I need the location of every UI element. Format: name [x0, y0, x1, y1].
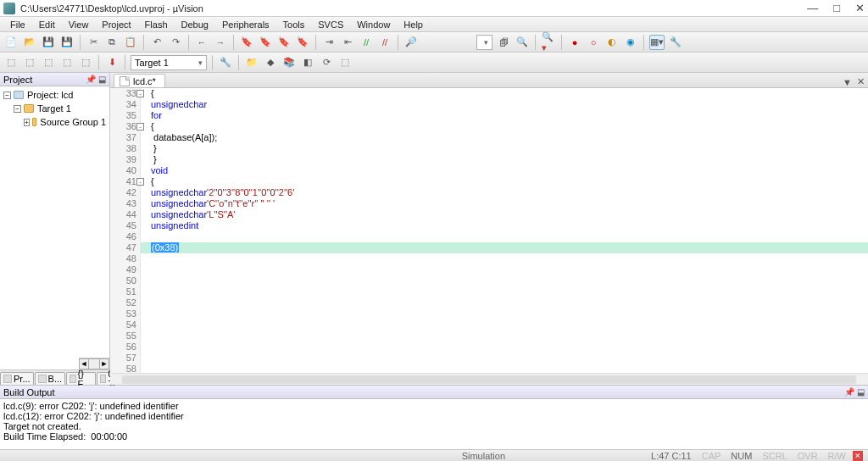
bookmark-button[interactable]: 🔖	[239, 35, 254, 50]
manage-layers-button[interactable]: ◧	[300, 55, 315, 70]
cut-button[interactable]: ✂	[86, 35, 101, 50]
fold-icon[interactable]: -	[136, 178, 144, 186]
horizontal-scrollbar[interactable]	[110, 373, 868, 385]
find-in-files-button[interactable]: 🗐	[496, 35, 511, 50]
bookmark-next-button[interactable]: 🔖	[276, 35, 292, 50]
configure-button[interactable]: 🔧	[668, 35, 683, 50]
breakpoint-disable-button[interactable]: ○	[586, 35, 601, 50]
code-line[interactable]: for	[141, 110, 868, 121]
code-line[interactable]	[141, 330, 868, 342]
build-output-text[interactable]: lcd.c(9): error C202: 'j': undefined ide…	[0, 399, 868, 449]
code-line[interactable]	[141, 308, 868, 319]
code-line[interactable]: unsignedchar'C''o''n''t''e''r'' '' '' '	[141, 198, 868, 209]
comment-button[interactable]: //	[359, 35, 374, 50]
translate-button[interactable]: ⬚	[3, 55, 19, 70]
pin-icon[interactable]: 📌 ⬓	[844, 387, 865, 397]
code-line[interactable]	[141, 319, 868, 330]
manage-rtos-button[interactable]: ◆	[263, 55, 278, 70]
status-close-button[interactable]: ✕	[853, 451, 863, 461]
menu-view[interactable]: View	[62, 19, 96, 30]
code-line[interactable]: unsignedint	[141, 220, 868, 231]
rebuild-button[interactable]: ⬚	[41, 55, 56, 70]
debug-button[interactable]: 🔍▾	[541, 35, 556, 50]
indent-button[interactable]: ⇥	[321, 35, 337, 50]
manage-rte-button[interactable]: ⬚	[337, 55, 353, 70]
code-line[interactable]: }	[141, 154, 868, 165]
fold-icon[interactable]: -	[136, 123, 144, 131]
code-line[interactable]	[141, 264, 868, 275]
code-line[interactable]: (0x38)	[141, 242, 868, 253]
code-line[interactable]: database(A[a]);	[141, 132, 868, 143]
download-button[interactable]: ⬇	[104, 55, 120, 70]
nav-back-button[interactable]: ←	[194, 35, 209, 50]
code-line[interactable]: {	[141, 121, 868, 132]
target-select[interactable]: Target 1	[131, 55, 207, 70]
new-file-button[interactable]: 📄	[3, 35, 19, 50]
redo-button[interactable]: ↷	[168, 35, 183, 50]
collapse-icon[interactable]: −	[3, 92, 11, 99]
close-button[interactable]: ✕	[855, 3, 865, 14]
tree-target[interactable]: Target 1	[37, 103, 71, 114]
find-combo[interactable]	[476, 35, 492, 50]
tree-project[interactable]: Project: lcd	[27, 90, 73, 100]
tab-dropdown-button[interactable]: ▼	[843, 77, 852, 87]
menu-peripherals[interactable]: Peripherals	[215, 19, 276, 30]
project-bottom-tab[interactable]: {} F...	[66, 372, 96, 385]
menu-debug[interactable]: Debug	[175, 19, 215, 30]
bookmark-prev-button[interactable]: 🔖	[258, 35, 273, 50]
bookmark-clear-button[interactable]: 🔖	[295, 35, 310, 50]
nav-fwd-button[interactable]: →	[213, 35, 228, 50]
find-button[interactable]: 🔎	[403, 35, 419, 50]
window-layout-button[interactable]: ▦▾	[649, 35, 665, 50]
stop-build-button[interactable]: ⬚	[78, 55, 93, 70]
save-button[interactable]: 💾	[41, 35, 56, 50]
code-line[interactable]	[141, 253, 868, 264]
tab-close-button[interactable]: ✕	[857, 76, 865, 87]
code-line[interactable]: void	[141, 165, 868, 176]
manage-books-button[interactable]: 📚	[281, 55, 297, 70]
project-bottom-tab[interactable]: B...	[35, 372, 66, 385]
fold-icon[interactable]: -	[136, 90, 144, 97]
code-line[interactable]	[141, 231, 868, 242]
menu-edit[interactable]: Edit	[32, 19, 62, 30]
code-editor[interactable]: 33-343536-3738394041-4243444546474849505…	[110, 88, 868, 373]
pin-icon[interactable]: 📌 ⬓	[86, 75, 106, 84]
minimize-button[interactable]: —	[807, 3, 818, 14]
batch-build-button[interactable]: ⬚	[59, 55, 75, 70]
breakpoint-button[interactable]: ●	[567, 35, 582, 50]
outdent-button[interactable]: ⇤	[340, 35, 355, 50]
expand-icon[interactable]: +	[24, 119, 30, 126]
code-line[interactable]: unsignedchar'2''0''3''8''0''1''0''0''2''…	[141, 187, 868, 198]
target-options-button[interactable]: 🔧	[218, 55, 233, 70]
menu-project[interactable]: Project	[95, 19, 137, 30]
project-bottom-tab[interactable]: Pr...	[0, 372, 34, 385]
code-line[interactable]: unsignedchar	[141, 99, 868, 110]
copy-button[interactable]: ⧉	[104, 35, 120, 50]
code-line[interactable]	[141, 286, 868, 297]
breakpoint-kill-button[interactable]: ◐	[604, 35, 620, 50]
code-line[interactable]: {	[141, 176, 868, 187]
code-line[interactable]	[141, 364, 868, 373]
manage-pack-button[interactable]: ⟳	[319, 55, 334, 70]
menu-tools[interactable]: Tools	[276, 19, 312, 30]
uncomment-button[interactable]: //	[377, 35, 392, 50]
collapse-icon[interactable]: −	[14, 105, 21, 113]
editor-tab-active[interactable]: lcd.c*	[114, 74, 165, 87]
code-line[interactable]: unsignedchar'L''S''A'	[141, 209, 868, 220]
code-line[interactable]: }	[141, 143, 868, 154]
menu-window[interactable]: Window	[350, 19, 397, 30]
paste-button[interactable]: 📋	[123, 35, 138, 50]
code-line[interactable]	[141, 342, 868, 353]
menu-flash[interactable]: Flash	[138, 19, 175, 30]
incremental-find-button[interactable]: 🔍	[515, 35, 530, 50]
project-tree[interactable]: −Project: lcd −Target 1 +Source Group 1	[0, 86, 109, 358]
code-line[interactable]	[141, 353, 868, 364]
manage-button[interactable]: 📁	[244, 55, 259, 70]
undo-button[interactable]: ↶	[149, 35, 164, 50]
tree-group[interactable]: Source Group 1	[40, 117, 106, 127]
save-all-button[interactable]: 💾	[59, 35, 75, 50]
code-line[interactable]	[141, 297, 868, 308]
maximize-button[interactable]: □	[833, 3, 840, 14]
breakpoint-all-button[interactable]: ◉	[623, 35, 638, 50]
menu-help[interactable]: Help	[397, 19, 430, 30]
